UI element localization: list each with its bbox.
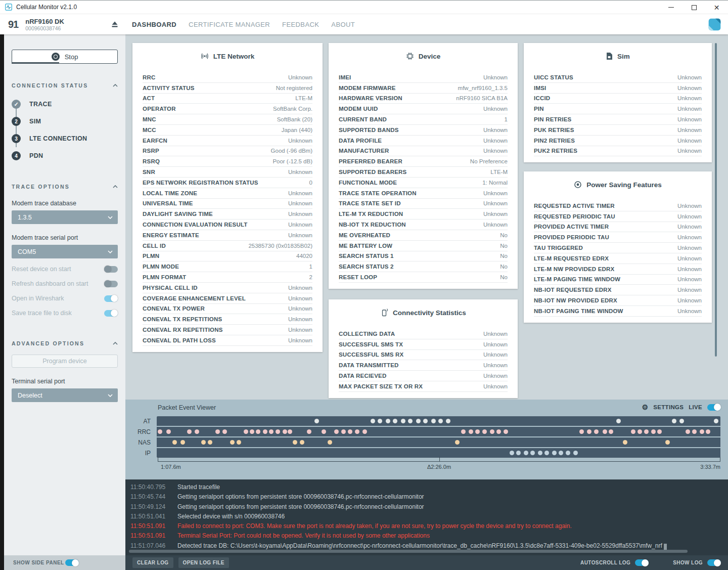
rrc-event-dot[interactable] bbox=[603, 429, 607, 434]
ip-event-dot[interactable] bbox=[552, 451, 557, 455]
rrc-event-dot[interactable] bbox=[631, 429, 635, 434]
at-event-dot[interactable] bbox=[431, 419, 436, 423]
rrc-event-dot[interactable] bbox=[692, 429, 697, 434]
ip-event-dot[interactable] bbox=[516, 451, 521, 455]
tab-certificate-manager[interactable]: CERTIFICATE MANAGER bbox=[189, 21, 270, 28]
rrc-event-dot[interactable] bbox=[587, 429, 592, 434]
at-track[interactable]: AT bbox=[157, 416, 720, 426]
nas-event-dot[interactable] bbox=[230, 440, 235, 445]
at-event-dot[interactable] bbox=[378, 419, 382, 423]
eject-icon[interactable] bbox=[111, 21, 118, 28]
save-trace-file-toggle[interactable] bbox=[104, 310, 118, 317]
nas-event-dot[interactable] bbox=[328, 440, 332, 445]
nas-track[interactable]: NAS bbox=[157, 437, 720, 447]
rrc-event-dot[interactable] bbox=[341, 429, 346, 434]
rrc-track[interactable]: RRC bbox=[157, 427, 720, 436]
at-event-dot[interactable] bbox=[672, 419, 676, 423]
rrc-event-dot[interactable] bbox=[187, 429, 192, 434]
log-console[interactable]: 11:50:40.795 Started tracefile 11:50:45.… bbox=[125, 479, 728, 555]
maximize-button[interactable] bbox=[682, 1, 705, 14]
open-log-file-button[interactable]: OPEN LOG FILE bbox=[178, 557, 229, 568]
at-event-dot[interactable] bbox=[371, 419, 375, 423]
rrc-event-dot[interactable] bbox=[657, 429, 662, 434]
nas-event-dot[interactable] bbox=[237, 440, 241, 445]
rrc-event-dot[interactable] bbox=[322, 429, 326, 434]
rrc-event-dot[interactable] bbox=[283, 429, 287, 434]
rrc-event-dot[interactable] bbox=[195, 429, 199, 434]
rrc-event-dot[interactable] bbox=[609, 429, 613, 434]
nas-event-dot[interactable] bbox=[293, 440, 297, 445]
modem-trace-database-select[interactable]: 1.3.5 bbox=[12, 210, 118, 224]
ip-event-dot[interactable] bbox=[538, 451, 542, 455]
rrc-event-dot[interactable] bbox=[482, 429, 487, 434]
rrc-event-dot[interactable] bbox=[166, 429, 171, 434]
program-device-button[interactable]: Program device bbox=[12, 355, 118, 368]
rrc-event-dot[interactable] bbox=[348, 429, 352, 434]
ip-event-dot[interactable] bbox=[544, 451, 549, 455]
close-button[interactable]: ✕ bbox=[705, 1, 728, 14]
ip-track[interactable]: IP bbox=[157, 448, 720, 458]
reset-device-toggle[interactable] bbox=[104, 266, 118, 273]
at-event-dot[interactable] bbox=[438, 419, 443, 423]
rrc-event-dot[interactable] bbox=[504, 429, 508, 434]
at-event-dot[interactable] bbox=[386, 419, 390, 423]
ip-event-dot[interactable] bbox=[524, 451, 528, 455]
rrc-event-dot[interactable] bbox=[215, 429, 220, 434]
rrc-event-dot[interactable] bbox=[250, 429, 254, 434]
at-event-dot[interactable] bbox=[714, 419, 718, 423]
rrc-event-dot[interactable] bbox=[496, 429, 501, 434]
settings-button[interactable]: SETTINGS bbox=[653, 404, 684, 410]
at-event-dot[interactable] bbox=[416, 419, 421, 423]
nas-event-dot[interactable] bbox=[172, 440, 177, 445]
dashboard-scrollbar[interactable] bbox=[715, 43, 717, 357]
stop-button[interactable]: Stop bbox=[12, 50, 118, 64]
ip-event-dot[interactable] bbox=[559, 451, 563, 455]
rrc-event-dot[interactable] bbox=[651, 429, 656, 434]
refresh-dashboard-toggle[interactable] bbox=[104, 281, 118, 287]
rrc-event-dot[interactable] bbox=[469, 429, 473, 434]
rrc-event-dot[interactable] bbox=[686, 429, 690, 434]
nas-event-dot[interactable] bbox=[201, 440, 206, 445]
ip-event-dot[interactable] bbox=[566, 451, 570, 455]
show-side-panel-toggle[interactable] bbox=[65, 559, 79, 566]
rrc-event-dot[interactable] bbox=[263, 429, 267, 434]
device-selector[interactable]: 91 nRF9160 DK 000960038746 bbox=[0, 14, 125, 34]
minimize-button[interactable] bbox=[660, 1, 682, 14]
rrc-event-dot[interactable] bbox=[706, 429, 710, 434]
tab-feedback[interactable]: FEEDBACK bbox=[282, 21, 319, 28]
nas-event-dot[interactable] bbox=[455, 440, 460, 445]
ip-event-dot[interactable] bbox=[573, 451, 578, 455]
rrc-event-dot[interactable] bbox=[362, 429, 367, 434]
rrc-event-dot[interactable] bbox=[288, 429, 292, 434]
at-event-dot[interactable] bbox=[408, 419, 413, 423]
live-toggle[interactable] bbox=[707, 404, 721, 411]
rrc-event-dot[interactable] bbox=[461, 429, 466, 434]
rrc-event-dot[interactable] bbox=[222, 429, 227, 434]
rrc-event-dot[interactable] bbox=[638, 429, 642, 434]
at-event-dot[interactable] bbox=[401, 419, 405, 423]
nas-event-dot[interactable] bbox=[623, 440, 627, 445]
connection-status-header[interactable]: CONNECTION STATUS bbox=[12, 82, 118, 89]
rrc-event-dot[interactable] bbox=[355, 429, 359, 434]
open-in-wireshark-toggle[interactable] bbox=[104, 295, 118, 302]
autoscroll-log-toggle[interactable] bbox=[635, 559, 649, 566]
rrc-event-dot[interactable] bbox=[700, 429, 704, 434]
show-log-toggle[interactable] bbox=[707, 559, 721, 566]
ip-event-dot[interactable] bbox=[510, 451, 514, 455]
clear-log-button[interactable]: CLEAR LOG bbox=[132, 557, 173, 568]
rrc-event-dot[interactable] bbox=[158, 429, 162, 434]
at-event-dot[interactable] bbox=[679, 419, 684, 423]
at-event-dot[interactable] bbox=[446, 419, 450, 423]
tab-about[interactable]: ABOUT bbox=[331, 21, 355, 28]
rrc-event-dot[interactable] bbox=[276, 429, 280, 434]
at-event-dot[interactable] bbox=[423, 419, 428, 423]
rrc-event-dot[interactable] bbox=[475, 429, 480, 434]
nas-event-dot[interactable] bbox=[208, 440, 212, 445]
trace-options-header[interactable]: TRACE OPTIONS bbox=[12, 184, 118, 190]
advanced-options-header[interactable]: ADVANCED OPTIONS bbox=[12, 340, 118, 346]
rrc-event-dot[interactable] bbox=[256, 429, 260, 434]
rrc-event-dot[interactable] bbox=[644, 429, 649, 434]
rrc-event-dot[interactable] bbox=[334, 429, 339, 434]
at-event-dot[interactable] bbox=[393, 419, 397, 423]
nas-event-dot[interactable] bbox=[300, 440, 304, 445]
